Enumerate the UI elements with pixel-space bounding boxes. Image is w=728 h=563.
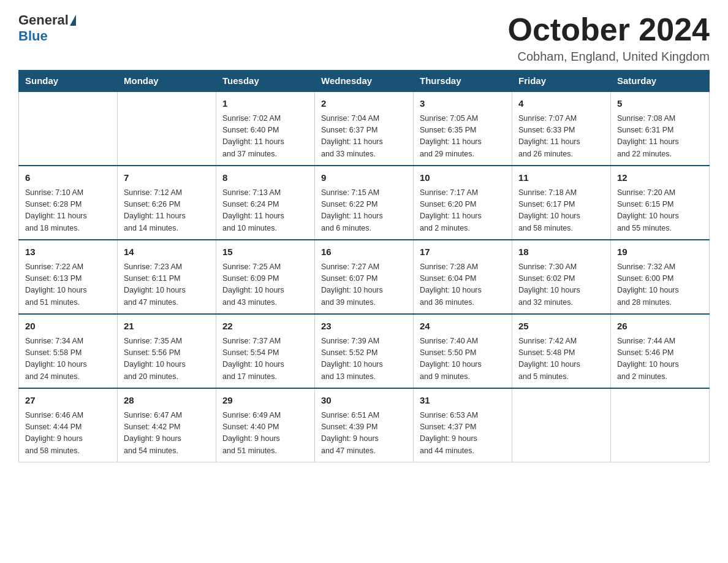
logo-general-text: General (18, 12, 69, 28)
day-info: Sunrise: 7:44 AM Sunset: 5:46 PM Dayligh… (617, 335, 703, 383)
calendar-cell: 19Sunrise: 7:32 AM Sunset: 6:00 PM Dayli… (611, 240, 710, 314)
day-number: 21 (124, 320, 210, 334)
day-info: Sunrise: 7:05 AM Sunset: 6:35 PM Dayligh… (420, 113, 506, 161)
day-number: 16 (321, 245, 407, 259)
calendar-cell: 28Sunrise: 6:47 AM Sunset: 4:42 PM Dayli… (118, 388, 216, 462)
day-number: 10 (420, 171, 506, 185)
calendar-cell: 23Sunrise: 7:39 AM Sunset: 5:52 PM Dayli… (315, 314, 414, 388)
calendar-cell: 22Sunrise: 7:37 AM Sunset: 5:54 PM Dayli… (216, 314, 315, 388)
calendar-cell: 27Sunrise: 6:46 AM Sunset: 4:44 PM Dayli… (19, 388, 118, 462)
day-number: 12 (617, 171, 703, 185)
day-number: 5 (617, 97, 703, 111)
day-number: 18 (518, 245, 604, 259)
calendar-cell: 30Sunrise: 6:51 AM Sunset: 4:39 PM Dayli… (315, 388, 414, 462)
column-header-thursday: Thursday (414, 71, 512, 92)
day-number: 26 (617, 320, 703, 334)
day-info: Sunrise: 6:46 AM Sunset: 4:44 PM Dayligh… (25, 410, 111, 458)
day-number: 30 (321, 394, 407, 408)
week-row-1: 1Sunrise: 7:02 AM Sunset: 6:40 PM Daylig… (19, 91, 710, 166)
day-number: 19 (617, 245, 703, 259)
day-info: Sunrise: 6:47 AM Sunset: 4:42 PM Dayligh… (124, 410, 210, 458)
calendar-cell (118, 91, 216, 166)
column-header-monday: Monday (118, 71, 216, 92)
day-number: 27 (25, 394, 111, 408)
day-number: 29 (222, 394, 308, 408)
column-header-saturday: Saturday (611, 71, 710, 92)
calendar-cell: 11Sunrise: 7:18 AM Sunset: 6:17 PM Dayli… (512, 166, 611, 240)
day-number: 14 (124, 245, 210, 259)
header-row: SundayMondayTuesdayWednesdayThursdayFrid… (19, 71, 710, 92)
calendar-cell: 25Sunrise: 7:42 AM Sunset: 5:48 PM Dayli… (512, 314, 611, 388)
day-info: Sunrise: 7:08 AM Sunset: 6:31 PM Dayligh… (617, 113, 703, 161)
day-info: Sunrise: 7:35 AM Sunset: 5:56 PM Dayligh… (124, 335, 210, 383)
column-header-friday: Friday (512, 71, 611, 92)
day-info: Sunrise: 7:12 AM Sunset: 6:26 PM Dayligh… (124, 187, 210, 235)
calendar-cell: 16Sunrise: 7:27 AM Sunset: 6:07 PM Dayli… (315, 240, 414, 314)
day-number: 25 (518, 320, 604, 334)
day-info: Sunrise: 7:34 AM Sunset: 5:58 PM Dayligh… (25, 335, 111, 383)
day-info: Sunrise: 7:27 AM Sunset: 6:07 PM Dayligh… (321, 261, 407, 309)
day-number: 2 (321, 97, 407, 111)
day-info: Sunrise: 6:53 AM Sunset: 4:37 PM Dayligh… (420, 410, 506, 458)
day-number: 3 (420, 97, 506, 111)
day-number: 7 (124, 171, 210, 185)
calendar-cell: 21Sunrise: 7:35 AM Sunset: 5:56 PM Dayli… (118, 314, 216, 388)
day-number: 22 (222, 320, 308, 334)
day-number: 6 (25, 171, 111, 185)
day-info: Sunrise: 7:32 AM Sunset: 6:00 PM Dayligh… (617, 261, 703, 309)
day-info: Sunrise: 7:15 AM Sunset: 6:22 PM Dayligh… (321, 187, 407, 235)
day-info: Sunrise: 7:39 AM Sunset: 5:52 PM Dayligh… (321, 335, 407, 383)
day-info: Sunrise: 6:49 AM Sunset: 4:40 PM Dayligh… (222, 410, 308, 458)
calendar-table: SundayMondayTuesdayWednesdayThursdayFrid… (18, 70, 710, 462)
calendar-cell: 12Sunrise: 7:20 AM Sunset: 6:15 PM Dayli… (611, 166, 710, 240)
week-row-5: 27Sunrise: 6:46 AM Sunset: 4:44 PM Dayli… (19, 388, 710, 462)
day-number: 20 (25, 320, 111, 334)
day-info: Sunrise: 6:51 AM Sunset: 4:39 PM Dayligh… (321, 410, 407, 458)
calendar-cell: 20Sunrise: 7:34 AM Sunset: 5:58 PM Dayli… (19, 314, 118, 388)
day-number: 9 (321, 171, 407, 185)
day-number: 13 (25, 245, 111, 259)
calendar-cell (512, 388, 611, 462)
calendar-cell: 5Sunrise: 7:08 AM Sunset: 6:31 PM Daylig… (611, 91, 710, 166)
column-header-wednesday: Wednesday (315, 71, 414, 92)
logo-triangle-icon (70, 15, 76, 26)
calendar-cell: 7Sunrise: 7:12 AM Sunset: 6:26 PM Daylig… (118, 166, 216, 240)
day-info: Sunrise: 7:28 AM Sunset: 6:04 PM Dayligh… (420, 261, 506, 309)
day-info: Sunrise: 7:17 AM Sunset: 6:20 PM Dayligh… (420, 187, 506, 235)
calendar-cell: 24Sunrise: 7:40 AM Sunset: 5:50 PM Dayli… (414, 314, 512, 388)
day-number: 1 (222, 97, 308, 111)
day-number: 28 (124, 394, 210, 408)
day-info: Sunrise: 7:18 AM Sunset: 6:17 PM Dayligh… (518, 187, 604, 235)
location-text: Cobham, England, United Kingdom (508, 50, 710, 64)
day-info: Sunrise: 7:42 AM Sunset: 5:48 PM Dayligh… (518, 335, 604, 383)
calendar-cell: 3Sunrise: 7:05 AM Sunset: 6:35 PM Daylig… (414, 91, 512, 166)
day-info: Sunrise: 7:37 AM Sunset: 5:54 PM Dayligh… (222, 335, 308, 383)
calendar-cell (611, 388, 710, 462)
day-info: Sunrise: 7:20 AM Sunset: 6:15 PM Dayligh… (617, 187, 703, 235)
day-number: 24 (420, 320, 506, 334)
month-title: October 2024 (508, 12, 710, 47)
logo-blue-text: Blue (18, 28, 48, 44)
day-info: Sunrise: 7:22 AM Sunset: 6:13 PM Dayligh… (25, 261, 111, 309)
calendar-cell: 31Sunrise: 6:53 AM Sunset: 4:37 PM Dayli… (414, 388, 512, 462)
logo: General Blue (18, 12, 77, 44)
day-info: Sunrise: 7:07 AM Sunset: 6:33 PM Dayligh… (518, 113, 604, 161)
calendar-cell: 4Sunrise: 7:07 AM Sunset: 6:33 PM Daylig… (512, 91, 611, 166)
day-info: Sunrise: 7:25 AM Sunset: 6:09 PM Dayligh… (222, 261, 308, 309)
calendar-cell: 6Sunrise: 7:10 AM Sunset: 6:28 PM Daylig… (19, 166, 118, 240)
calendar-cell: 15Sunrise: 7:25 AM Sunset: 6:09 PM Dayli… (216, 240, 315, 314)
calendar-cell: 14Sunrise: 7:23 AM Sunset: 6:11 PM Dayli… (118, 240, 216, 314)
calendar-cell: 26Sunrise: 7:44 AM Sunset: 5:46 PM Dayli… (611, 314, 710, 388)
day-number: 31 (420, 394, 506, 408)
day-number: 4 (518, 97, 604, 111)
day-number: 17 (420, 245, 506, 259)
calendar-cell: 2Sunrise: 7:04 AM Sunset: 6:37 PM Daylig… (315, 91, 414, 166)
day-info: Sunrise: 7:02 AM Sunset: 6:40 PM Dayligh… (222, 113, 308, 161)
calendar-cell: 9Sunrise: 7:15 AM Sunset: 6:22 PM Daylig… (315, 166, 414, 240)
week-row-4: 20Sunrise: 7:34 AM Sunset: 5:58 PM Dayli… (19, 314, 710, 388)
calendar-cell: 17Sunrise: 7:28 AM Sunset: 6:04 PM Dayli… (414, 240, 512, 314)
calendar-cell: 1Sunrise: 7:02 AM Sunset: 6:40 PM Daylig… (216, 91, 315, 166)
day-number: 23 (321, 320, 407, 334)
day-info: Sunrise: 7:23 AM Sunset: 6:11 PM Dayligh… (124, 261, 210, 309)
calendar-cell: 8Sunrise: 7:13 AM Sunset: 6:24 PM Daylig… (216, 166, 315, 240)
